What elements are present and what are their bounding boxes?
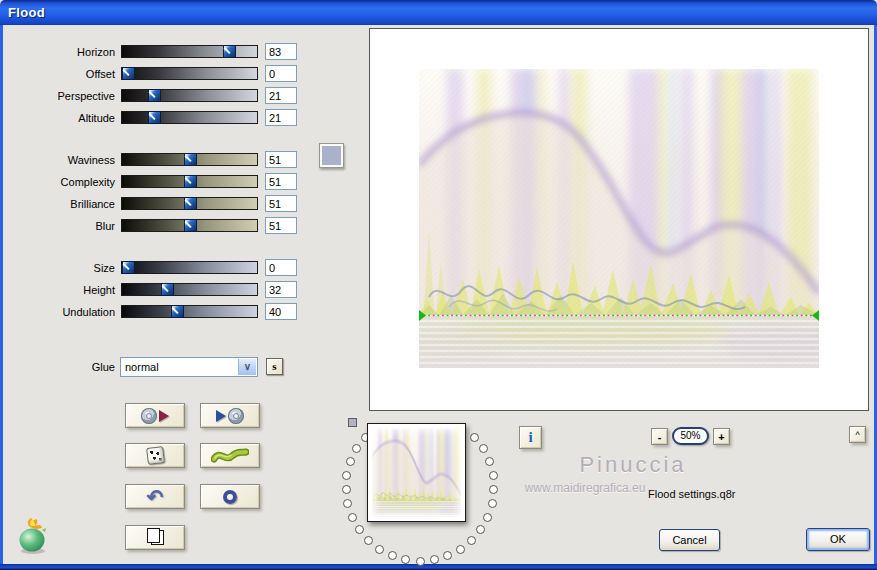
glue-selected-value: normal [125,361,159,373]
memory-dot[interactable] [343,499,352,508]
slider-thumb[interactable] [122,67,135,80]
slider-row: Undulation [36,305,301,318]
slider-label: Size [36,262,121,274]
slider-label: Altitude [36,112,121,124]
watermark-url: www.maidiregrafica.eu [505,481,665,495]
zoom-out-button[interactable]: - [651,428,668,445]
slider-value-input[interactable] [265,281,297,298]
zoom-level[interactable]: 50% [672,427,709,445]
slider-track[interactable] [121,45,258,58]
memory-dot[interactable] [342,485,351,494]
slider-value-input[interactable] [265,87,297,104]
copy-settings-button[interactable] [125,525,185,550]
memory-dot[interactable] [348,513,357,522]
preview-image[interactable] [419,69,819,368]
slider-row: Altitude [36,111,301,124]
preview-thumbnail[interactable] [367,423,466,522]
save-preset-button[interactable] [200,403,260,428]
info-button[interactable]: i [519,426,542,449]
slider-value-input[interactable] [265,109,297,126]
slider-track[interactable] [121,67,258,80]
slider-track[interactable] [121,219,258,232]
slider-row: Offset [36,67,301,80]
slider-value-input[interactable] [265,259,297,276]
slider-row: Complexity [36,175,301,188]
slider-label: Perspective [36,90,121,102]
blue-play-arrow-icon [216,410,226,422]
slider-value-input[interactable] [265,65,297,82]
water-color-swatch[interactable] [319,143,344,168]
memory-dot[interactable] [364,536,373,545]
slider-row: Perspective [36,89,301,102]
slider-panel: Horizon Offset Perspective Altitude [36,45,301,327]
slider-value-input[interactable] [265,195,297,212]
slider-track[interactable] [121,283,258,296]
wave-button[interactable] [200,443,260,468]
memory-dot[interactable] [430,555,439,564]
slider-track[interactable] [121,153,258,166]
slider-row: Brilliance [36,197,301,210]
slider-thumb[interactable] [184,153,197,166]
s-tile-button[interactable]: s [266,358,283,375]
memory-dot[interactable] [355,525,364,534]
slider-track[interactable] [121,111,258,124]
cancel-button[interactable]: Cancel [659,529,720,551]
slider-thumb[interactable] [148,89,161,102]
memory-dot[interactable] [483,513,492,522]
window-border-left [0,25,3,564]
slider-thumb[interactable] [223,45,236,58]
slider-track[interactable] [121,197,258,210]
memory-dot[interactable] [476,525,485,534]
memory-dot[interactable] [375,545,384,554]
slider-thumb[interactable] [122,261,135,274]
randomize-button[interactable] [125,443,185,468]
slider-value-input[interactable] [265,303,297,320]
memory-dot[interactable] [388,551,397,560]
slider-row: Size [36,261,301,274]
memory-dot[interactable] [456,545,465,554]
load-preset-button[interactable] [125,403,185,428]
memory-dot[interactable] [352,444,361,453]
slider-label: Brilliance [36,198,121,210]
collapse-button[interactable]: ^ [849,426,866,443]
slider-track[interactable] [121,175,258,188]
slider-thumb[interactable] [161,283,174,296]
slider-track[interactable] [121,305,258,318]
memory-dot[interactable] [401,555,410,564]
chevron-down-icon[interactable]: ∨ [238,359,256,375]
undo-button[interactable]: ↶ [125,484,185,509]
memory-dot[interactable] [416,557,425,566]
memory-dot[interactable] [443,551,452,560]
ok-button[interactable]: OK [806,528,870,551]
memory-dot[interactable] [488,499,497,508]
slider-thumb[interactable] [184,197,197,210]
zoom-in-button[interactable]: + [713,428,730,445]
watermark-name: Pinuccia [553,452,713,478]
slider-thumb[interactable] [171,305,184,318]
slider-value-input[interactable] [265,43,297,60]
memory-square[interactable] [348,418,357,427]
memory-dot[interactable] [470,433,479,442]
slider-thumb[interactable] [184,219,197,232]
memory-dot[interactable] [479,444,488,453]
slider-value-input[interactable] [265,173,297,190]
title-bar[interactable]: Flood [0,0,877,25]
memory-dot[interactable] [467,536,476,545]
slider-thumb[interactable] [184,175,197,188]
memory-dot[interactable] [489,471,498,480]
memory-dot[interactable] [342,471,351,480]
slider-thumb[interactable] [148,111,161,124]
memory-dot[interactable] [489,485,498,494]
slider-value-input[interactable] [265,217,297,234]
slider-row: Height [36,283,301,296]
memory-dot[interactable] [485,457,494,466]
settings-filename: Flood settings.q8r [648,488,735,500]
reset-button[interactable] [200,484,260,509]
slider-value-input[interactable] [265,151,297,168]
glue-dropdown[interactable]: normal ∨ [120,357,258,377]
memory-dot[interactable] [346,457,355,466]
slider-track[interactable] [121,261,258,274]
slider-label: Horizon [36,46,121,58]
slider-track[interactable] [121,89,258,102]
cd-icon [141,408,157,424]
